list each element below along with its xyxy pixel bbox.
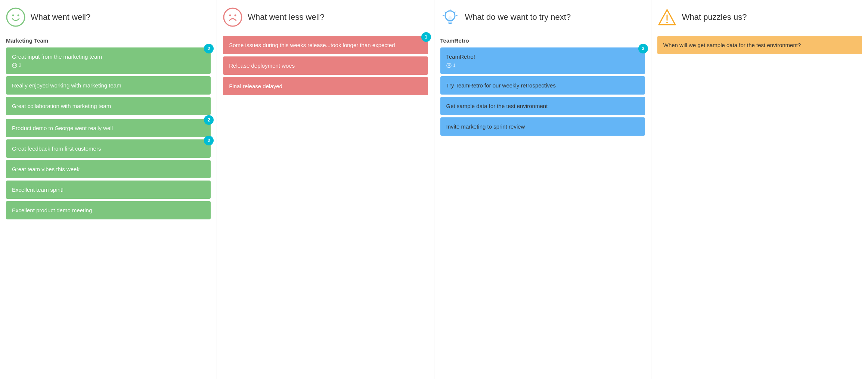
list-item[interactable]: Product demo to George went really well2 [6,119,211,137]
column-puzzles-us: What puzzles us?When will we get sample … [651,0,868,379]
card-text: Great input from the marketing team [12,53,102,61]
column-title-try-next: What do we want to try next? [465,12,571,22]
list-item[interactable]: Release deployment woes [223,56,428,75]
card-sub: 1 [446,62,475,69]
svg-point-5 [15,65,16,65]
card-text: Invite marketing to sprint review [446,123,525,130]
card-text: Final release delayed [229,82,282,90]
card-sub: 2 [12,62,102,69]
column-title-puzzles-us: What puzzles us? [682,12,747,22]
list-item[interactable]: When will we get sample data for the tes… [657,36,862,54]
svg-point-7 [229,15,231,16]
list-item[interactable]: Really enjoyed working with marketing te… [6,76,211,95]
card-content: Excellent team spirit! [12,186,63,194]
card-content: Great input from the marketing team2 [12,53,102,69]
list-item[interactable]: Final release delayed [223,77,428,95]
column-title-went-less-well: What went less well? [248,12,324,22]
svg-point-17 [449,65,450,65]
column-went-less-well: What went less well?Some issues during t… [217,0,434,379]
column-header-puzzles-us: What puzzles us? [657,7,862,27]
section-label-2-0: TeamRetro [440,37,645,44]
vote-badge: 2 [204,115,214,125]
card-content: Final release delayed [229,82,282,90]
column-went-well: What went well?Marketing TeamGreat input… [0,0,217,379]
column-header-went-less-well: What went less well? [223,7,428,27]
card-text: Try TeamRetro for our weekly retrospecti… [446,81,556,89]
list-item[interactable]: Invite marketing to sprint review [440,117,645,136]
card-text: Some issues during this weeks release...… [229,41,395,49]
svg-line-11 [445,12,446,13]
retro-board: What went well?Marketing TeamGreat input… [0,0,868,379]
card-text: When will we get sample data for the tes… [663,41,801,49]
card-text: Get sample data for the test environment [446,102,548,110]
column-title-went-well: What went well? [31,12,90,22]
card-content: When will we get sample data for the tes… [663,41,801,49]
list-item[interactable]: Great collaboration with marketing team [6,97,211,115]
svg-point-1 [12,15,14,16]
svg-point-16 [448,65,449,65]
list-item[interactable]: Get sample data for the test environment [440,97,645,115]
vote-badge: 1 [421,32,431,42]
cards-list-2-0: TeamRetro!13Try TeamRetro for our weekly… [440,47,645,136]
card-text: Great collaboration with marketing team [12,102,111,110]
lightbulb-icon [440,7,460,27]
card-text: Excellent team spirit! [12,186,63,194]
card-text: Great feedback from first customers [12,145,101,152]
column-header-went-well: What went well? [6,7,211,27]
card-content: Excellent product demo meeting [12,206,92,214]
card-content: Really enjoyed working with marketing te… [12,81,121,89]
svg-point-3 [12,63,17,68]
card-content: Great collaboration with marketing team [12,102,111,110]
card-content: Try TeamRetro for our weekly retrospecti… [446,81,556,89]
list-item[interactable]: TeamRetro!13 [440,47,645,74]
svg-point-4 [13,65,14,65]
card-text: Release deployment woes [229,62,295,70]
list-item[interactable]: Try TeamRetro for our weekly retrospecti… [440,76,645,95]
warning-icon [657,7,677,27]
list-item[interactable]: Excellent team spirit! [6,181,211,199]
card-content: Invite marketing to sprint review [446,123,525,130]
cards-list-1-0: Some issues during this weeks release...… [223,36,428,95]
card-content: Great feedback from first customers [12,145,101,152]
frown-icon [223,7,242,27]
svg-point-2 [18,15,19,16]
vote-badge: 2 [204,136,214,145]
card-text: Product demo to George went really well [12,124,113,132]
svg-point-20 [666,22,668,23]
svg-point-8 [235,15,236,16]
vote-badge: 3 [638,44,648,53]
card-content: Some issues during this weeks release...… [229,41,395,49]
list-item[interactable]: Great team vibes this week [6,160,211,178]
cards-list-0-0: Great input from the marketing team22Rea… [6,47,211,115]
card-text: TeamRetro! [446,53,475,61]
list-item[interactable]: Excellent product demo meeting [6,201,211,219]
svg-point-0 [7,8,25,26]
column-header-try-next: What do we want to try next? [440,7,645,27]
list-item[interactable]: Great feedback from first customers2 [6,139,211,158]
card-content: Great team vibes this week [12,165,80,173]
smile-icon [6,7,25,27]
svg-point-15 [447,63,451,68]
svg-line-12 [454,12,455,13]
card-text: Really enjoyed working with marketing te… [12,81,121,89]
svg-point-6 [224,8,242,26]
card-content: Product demo to George went really well [12,124,113,132]
card-content: TeamRetro!1 [446,53,475,69]
cards-list-3-0: When will we get sample data for the tes… [657,36,862,54]
card-text: Great team vibes this week [12,165,80,173]
section-label-0-0: Marketing Team [6,37,211,44]
list-item[interactable]: Some issues during this weeks release...… [223,36,428,54]
cards-list-0-1: Product demo to George went really well2… [6,119,211,219]
list-item[interactable]: Great input from the marketing team22 [6,47,211,74]
vote-badge: 2 [204,44,214,53]
card-text: Excellent product demo meeting [12,206,92,214]
card-content: Get sample data for the test environment [446,102,548,110]
card-content: Release deployment woes [229,62,295,70]
column-try-next: What do we want to try next?TeamRetroTea… [434,0,651,379]
